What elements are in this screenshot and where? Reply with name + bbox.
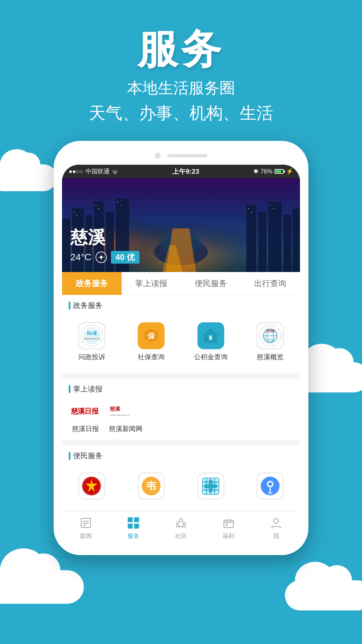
nav-service[interactable]: 服务 xyxy=(120,516,147,540)
cixinews-label: 慈溪新闻网 xyxy=(109,424,142,433)
news-icon xyxy=(78,516,93,530)
reading-grid: 慈溪日报 慈溪日报 慈溪 www.cixinews.cn xyxy=(62,397,300,440)
svg-point-87 xyxy=(183,522,186,525)
svg-point-75 xyxy=(268,482,272,486)
phone-speaker xyxy=(167,154,207,157)
cloud-left-decoration xyxy=(0,164,57,191)
service-court[interactable] xyxy=(62,468,122,504)
phone-top-bar xyxy=(62,149,300,165)
map-icon: du xyxy=(257,473,284,499)
subtitle-2: 天气、办事、机构、生活 xyxy=(0,102,362,124)
svg-rect-18 xyxy=(74,212,75,212)
svg-rect-83 xyxy=(128,524,133,529)
zhengwu-section-header: 政务服务 xyxy=(62,295,300,314)
status-time: 上午9:23 xyxy=(172,167,199,176)
svg-rect-13 xyxy=(293,208,300,272)
reading-section-title: 掌上读报 xyxy=(73,384,103,394)
svg-rect-10 xyxy=(258,212,266,272)
svg-rect-82 xyxy=(134,517,139,522)
status-left: ●●○○ 中国联通 xyxy=(69,167,118,175)
aqi-badge: 40 优 xyxy=(111,251,139,264)
top-section: 服务 本地生活服务圈 天气、办事、机构、生活 xyxy=(0,0,362,124)
zhengwu-section: 政务服务 民e通 www.e-news.co xyxy=(62,295,300,373)
cixigailan-icon: 中国·慈溪 CIXI CHINA xyxy=(257,322,284,349)
svg-rect-26 xyxy=(270,205,271,206)
svg-rect-9 xyxy=(246,205,256,272)
service-market[interactable]: 韦 xyxy=(122,468,181,504)
nav-welfare[interactable]: 福利 xyxy=(215,516,242,540)
zhengwu-grid: 民e通 www.e-news.co 问政投诉 xyxy=(62,314,300,373)
reading-cixinews[interactable]: 慈溪 www.cixinews.cn 慈溪新闻网 xyxy=(109,401,142,433)
service-wenzhengtousu[interactable]: 民e通 www.e-news.co 问政投诉 xyxy=(62,317,122,367)
service-icon xyxy=(126,516,141,530)
gongjijin-icon: ¥ xyxy=(197,322,224,349)
phone-frame: ●●○○ 中国联通 上午9:23 ✱ 76% xyxy=(54,141,308,555)
subtitle-1: 本地生活服务圈 xyxy=(0,78,362,99)
svg-text:CIXI CHINA: CIXI CHINA xyxy=(266,340,275,342)
page-title: 服务 xyxy=(0,27,362,71)
svg-point-90 xyxy=(274,519,279,523)
service-gongjijin[interactable]: ¥ 公积金查询 xyxy=(181,317,241,367)
court-icon xyxy=(78,473,105,499)
citizen-section: 便民服务 xyxy=(62,445,300,511)
market-icon: 韦 xyxy=(138,473,165,499)
wifi-icon xyxy=(112,169,118,174)
citizen-grid: 韦 xyxy=(62,464,300,511)
city-name: 慈溪 xyxy=(70,226,139,249)
hospital-icon xyxy=(197,473,224,499)
service-shebao[interactable]: 保 社保查询 xyxy=(122,317,181,367)
wenzhengtousu-label: 问政投诉 xyxy=(78,353,105,362)
svg-text:中国·慈溪: 中国·慈溪 xyxy=(266,329,275,332)
svg-rect-25 xyxy=(251,212,252,212)
bluetooth-icon: ✱ xyxy=(253,168,258,175)
nav-news[interactable]: 新闻 xyxy=(72,516,99,540)
tab-travel[interactable]: 出行查询 xyxy=(241,272,300,295)
weather-condition-icon xyxy=(96,252,107,263)
svg-text:慈溪: 慈溪 xyxy=(110,406,120,412)
svg-text:www.cixinews.cn: www.cixinews.cn xyxy=(110,414,130,417)
service-hospital[interactable] xyxy=(181,468,241,504)
svg-text:du: du xyxy=(268,491,272,495)
service-map[interactable]: du xyxy=(241,468,300,504)
shebao-icon: 保 xyxy=(138,322,165,349)
tab-zhengwu[interactable]: 政务服务 xyxy=(62,272,122,295)
tab-reading[interactable]: 掌上读报 xyxy=(122,272,181,295)
content-area: 政务服务 民e通 www.e-news.co xyxy=(62,295,300,511)
status-right: ✱ 76% ⚡ xyxy=(253,168,293,175)
nav-me[interactable]: 我 xyxy=(263,516,290,540)
svg-rect-3 xyxy=(62,218,70,272)
svg-rect-21 xyxy=(98,208,99,209)
phone-camera xyxy=(155,153,161,159)
svg-rect-27 xyxy=(273,208,274,209)
cixinews-logo: 慈溪 www.cixinews.cn xyxy=(109,401,142,421)
welfare-icon xyxy=(221,516,236,530)
tab-citizen[interactable]: 便民服务 xyxy=(181,272,241,295)
svg-rect-12 xyxy=(283,215,292,272)
svg-rect-11 xyxy=(268,202,282,272)
gongjijin-label: 公积金查询 xyxy=(194,353,228,362)
cloud-bottom-left-decoration xyxy=(0,570,84,604)
signal-dots: ●●○○ xyxy=(69,168,83,175)
community-icon xyxy=(174,516,188,530)
citizen-indicator xyxy=(69,452,70,460)
svg-point-86 xyxy=(176,522,179,525)
reading-section-header: 掌上读报 xyxy=(62,379,300,397)
charging-icon: ⚡ xyxy=(286,168,293,175)
bottom-navigation: 新闻 服务 xyxy=(62,511,300,547)
reading-indicator xyxy=(69,385,70,393)
phone-screen: ●●○○ 中国联通 上午9:23 ✱ 76% xyxy=(62,165,300,547)
reading-cixidaily[interactable]: 慈溪日报 慈溪日报 xyxy=(69,401,102,433)
nav-community[interactable]: 社区 xyxy=(168,516,194,540)
service-cixigailan[interactable]: 中国·慈溪 CIXI CHINA 慈溪概览 xyxy=(241,317,300,367)
svg-rect-24 xyxy=(248,208,249,209)
weather-info: 24°C 40 优 xyxy=(70,251,139,264)
svg-rect-19 xyxy=(76,215,77,216)
citizen-section-header: 便民服务 xyxy=(62,445,300,464)
hero-banner: 慈溪 24°C 40 优 xyxy=(62,178,300,272)
citizen-section-title: 便民服务 xyxy=(73,451,103,461)
welfare-label: 福利 xyxy=(223,532,235,540)
svg-text:www.e-news.co: www.e-news.co xyxy=(83,337,100,340)
status-bar: ●●○○ 中国联通 上午9:23 ✱ 76% xyxy=(62,165,300,178)
svg-point-85 xyxy=(179,519,183,522)
reading-section: 掌上读报 慈溪日报 慈溪日报 xyxy=(62,379,300,440)
